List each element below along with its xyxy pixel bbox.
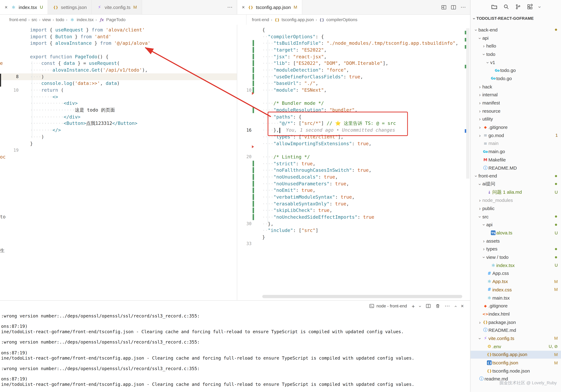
tab-vite-config-ts[interactable]: ⚡vite.config.tsM bbox=[92, 0, 142, 14]
tree-item-hello[interactable]: ›hello bbox=[471, 42, 561, 50]
search-icon[interactable] bbox=[503, 4, 509, 10]
explorer-root-header[interactable]: › TODOLIST-REACT-GOFRAME bbox=[471, 14, 561, 23]
tree-item-ai-tiwen[interactable]: ›ai提问 bbox=[471, 180, 561, 188]
more-actions-icon[interactable]: ⋯ bbox=[227, 4, 233, 11]
tree-item-main-bin[interactable]: ≡main bbox=[471, 140, 561, 148]
more-actions-icon[interactable]: ⋯ bbox=[461, 4, 466, 11]
editor-tsconfig-app-json[interactable]: {··"compilerOptions": {····"tsBuildInfoF… bbox=[237, 25, 470, 300]
tree-item-internal[interactable]: ›internal bbox=[471, 91, 561, 99]
code-line: import { Button } from 'antd' bbox=[0, 33, 237, 40]
tab-settings-json[interactable]: {}settings.json bbox=[48, 0, 92, 14]
terminal-header: node - front-end + › ⋯ › × bbox=[0, 301, 470, 311]
tree-item-front-end[interactable]: ›front-end bbox=[471, 172, 561, 180]
breadcrumb-item[interactable]: {}tsconfig.app.json bbox=[274, 17, 314, 22]
tree-item-src[interactable]: ›src bbox=[471, 213, 561, 221]
tree-item-tsconfig-app-json[interactable]: {}tsconfig.app.jsonM bbox=[471, 350, 561, 359]
maximize-panel-icon[interactable]: › bbox=[454, 304, 456, 308]
breadcrumb-item[interactable]: view bbox=[42, 17, 51, 22]
tree-item-manifest[interactable]: ›manifest bbox=[471, 99, 561, 107]
views-chevron-icon[interactable]: › bbox=[539, 4, 540, 10]
tree-item-gitignore-frontend[interactable]: ◆.gitignore bbox=[471, 302, 561, 310]
terminal-more-icon[interactable]: ⋯ bbox=[445, 303, 450, 309]
tree-item-readme-backend[interactable]: ⓘREADME.MD bbox=[471, 164, 561, 172]
terminal-output[interactable]: :wrong version number:../deps/openssl/op… bbox=[0, 311, 470, 392]
tree-item-readme-frontend[interactable]: ⓘREADME.md bbox=[471, 326, 561, 334]
tree-item-view-todo[interactable]: ›view / todo bbox=[471, 253, 561, 261]
tree-item-index-tsx[interactable]: ⚛index.tsxU bbox=[471, 261, 561, 270]
tree-item-utility[interactable]: ›utility bbox=[471, 115, 561, 123]
tree-item-gitignore-backend[interactable]: ›◆.gitignore bbox=[471, 123, 561, 131]
tree-item-alova-ts[interactable]: TSalova.tsU bbox=[471, 229, 561, 237]
tree-item-label: manifest bbox=[482, 100, 500, 106]
editor-column: ×⚛index.tsxU{}settings.json⚡vite.config.… bbox=[0, 0, 470, 392]
tree-item-vite-config-ts[interactable]: ›⚡vite.config.tsM bbox=[471, 334, 561, 342]
tree-item-v1[interactable]: ›v1 bbox=[471, 58, 561, 66]
tree-item-node-modules[interactable]: ›node_modules bbox=[471, 196, 561, 205]
chevron-slot: › bbox=[477, 109, 482, 113]
tree-item-tsconfig-json[interactable]: {}tsconfig.jsonM bbox=[471, 359, 561, 367]
explorer-icon[interactable] bbox=[491, 4, 497, 10]
tree-item-todo[interactable]: ›todo bbox=[471, 50, 561, 58]
tree-item-assets[interactable]: ›assets bbox=[471, 237, 561, 245]
kill-terminal-icon[interactable] bbox=[435, 304, 440, 308]
chevron-slot: › bbox=[481, 44, 486, 48]
tree-item-todo-go[interactable]: Gotodo.go bbox=[471, 75, 561, 83]
close-panel-icon[interactable]: × bbox=[461, 303, 464, 309]
split-terminal-icon[interactable] bbox=[426, 304, 431, 308]
terminal-dropdown-chevron-icon[interactable]: › bbox=[419, 304, 421, 308]
overview-ruler[interactable] bbox=[464, 25, 470, 300]
scrollbar-thumb[interactable] bbox=[466, 28, 470, 179]
code-line: ····"noUncheckedSideEffectImports": true bbox=[237, 214, 470, 220]
terminal-icon bbox=[369, 304, 374, 308]
close-icon[interactable]: × bbox=[5, 4, 8, 10]
tree-item-app-css[interactable]: #App.css bbox=[471, 269, 561, 277]
toggle-layout-icon[interactable] bbox=[441, 4, 447, 10]
horizontal-scrollbar[interactable] bbox=[262, 295, 462, 298]
breadcrumb-item[interactable]: src bbox=[32, 17, 37, 22]
tree-item-main-go[interactable]: Gomain.go bbox=[471, 148, 561, 156]
source-control-icon[interactable] bbox=[515, 4, 521, 10]
breadcrumb-item[interactable]: ⚛index.tsx bbox=[69, 17, 94, 22]
breadcrumb-item[interactable]: {}compilerOptions bbox=[319, 17, 357, 22]
tree-item-package-json[interactable]: ›{}package.json bbox=[471, 318, 561, 326]
tree-item-tsconfig-node-json[interactable]: {}tsconfig.node.json bbox=[471, 367, 561, 375]
tree-item-todo-go-v1[interactable]: Gotodo.go bbox=[471, 66, 561, 75]
tree-item-app-tsx[interactable]: ⚛App.tsxM bbox=[471, 277, 561, 286]
code-line: ········<> bbox=[0, 93, 237, 100]
tree-item-env[interactable]: ⚙.envU, ⊘ bbox=[471, 342, 561, 351]
editor-index-tsx[interactable]: import { useRequest } from 'alova/client… bbox=[0, 25, 237, 300]
code-line: ····"useDefineForClassFields": true, bbox=[237, 73, 470, 80]
gutter-decoration bbox=[19, 33, 22, 40]
code-text: ····"moduleResolution": "bundler", bbox=[255, 108, 357, 113]
tree-item-types[interactable]: ›types bbox=[471, 245, 561, 253]
tree-item-wenti-1-alia-md[interactable]: ↓问题 1 alia.mdU bbox=[471, 188, 561, 196]
new-terminal-button[interactable]: + bbox=[412, 303, 415, 309]
code-line: 19 bbox=[0, 147, 237, 153]
tree-item-index-html[interactable]: <>index.html bbox=[471, 310, 561, 318]
tree-item-label: internal bbox=[482, 92, 497, 98]
tree-item-src-api[interactable]: ›api bbox=[471, 221, 561, 229]
tab-tsconfig-app-json[interactable]: ×{}tsconfig.app.jsonM bbox=[237, 0, 302, 14]
extensions-icon[interactable] bbox=[527, 4, 533, 10]
breadcrumb-item[interactable]: ƒxPageTodo bbox=[99, 17, 125, 22]
tree-item-hack[interactable]: ›hack bbox=[471, 83, 561, 91]
gutter-decoration bbox=[251, 180, 255, 187]
tree-item-makefile[interactable]: MMakefile bbox=[471, 156, 561, 164]
chevron-right-icon: › bbox=[479, 92, 481, 97]
tree-item-api[interactable]: ›api bbox=[471, 34, 561, 42]
tree-item-back-end[interactable]: ›back-end bbox=[471, 26, 561, 34]
tab-index-tsx[interactable]: ×⚛index.tsxU bbox=[0, 0, 48, 14]
tree-item-resource[interactable]: ›resource bbox=[471, 107, 561, 115]
breadcrumb-item[interactable]: front-end bbox=[252, 17, 269, 22]
tree-item-go-mod[interactable]: ›≡go.mod1 bbox=[471, 131, 561, 140]
close-icon[interactable]: × bbox=[242, 4, 245, 10]
split-editor-icon[interactable] bbox=[451, 4, 456, 10]
tree-item-public[interactable]: ›public bbox=[471, 204, 561, 213]
tree-item-index-css[interactable]: #index.cssM bbox=[471, 285, 561, 294]
terminal-tab[interactable]: node - front-end bbox=[369, 304, 407, 308]
breadcrumb-item[interactable]: todo bbox=[56, 17, 64, 22]
tree-item-main-tsx[interactable]: ⚛main.tsx bbox=[471, 294, 561, 302]
text-cursor bbox=[280, 128, 280, 133]
tab-label: vite.config.ts bbox=[105, 4, 130, 10]
breadcrumb-item[interactable]: front-end bbox=[9, 17, 26, 22]
